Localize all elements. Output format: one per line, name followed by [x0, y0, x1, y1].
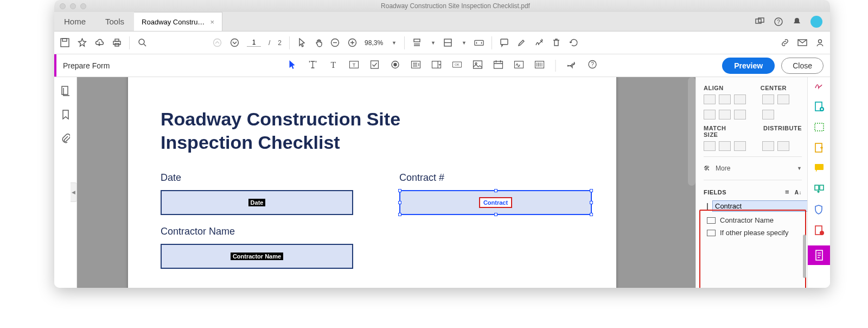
pointer-icon[interactable]	[297, 38, 307, 48]
button-tool-icon[interactable]: OK	[452, 60, 462, 70]
fields-sort-icon[interactable]: A↓	[795, 190, 802, 195]
cloud-icon[interactable]	[94, 38, 104, 48]
text-field-tool-icon[interactable]	[308, 60, 318, 70]
highlight-icon[interactable]	[517, 38, 527, 48]
fields-item-other[interactable]: If other please specify	[704, 226, 802, 239]
signature-tool-icon[interactable]	[514, 60, 524, 70]
contractor-tag: Contractor Name	[231, 253, 283, 260]
match-both-icon[interactable]	[734, 141, 746, 151]
fields-item-contract[interactable]	[704, 198, 802, 214]
help-tool-icon[interactable]: ?	[588, 60, 597, 70]
account-icon[interactable]	[815, 38, 825, 48]
rotate-icon[interactable]	[569, 38, 579, 48]
prepare-form-rail-icon[interactable]	[808, 245, 831, 265]
fit-dropdown-icon[interactable]: ▼	[431, 40, 436, 46]
list-tool-icon[interactable]	[411, 60, 421, 70]
more-menu[interactable]: 🛠 More ▼	[704, 162, 802, 174]
align-middle-icon[interactable]	[719, 110, 731, 119]
match-width-icon[interactable]	[704, 141, 716, 151]
avatar[interactable]	[810, 16, 822, 28]
edit-pdf-rail-icon[interactable]	[814, 122, 825, 133]
svg-rect-23	[371, 61, 379, 68]
panel-scrollbar[interactable]	[803, 235, 806, 278]
read-mode-icon[interactable]	[474, 38, 484, 48]
fill-sign-rail-icon[interactable]: i	[814, 225, 825, 236]
help-icon[interactable]: ?	[774, 17, 783, 27]
sign-rail-icon[interactable]	[814, 80, 825, 91]
zoom-out-icon[interactable]	[330, 38, 340, 48]
save-icon[interactable]	[60, 38, 69, 48]
center-both-icon[interactable]	[762, 110, 774, 119]
fields-filter-icon[interactable]: ≡	[785, 188, 789, 196]
center-h-icon[interactable]	[762, 94, 774, 104]
bell-icon[interactable]	[792, 17, 802, 27]
field-name-input[interactable]	[712, 200, 807, 212]
zoom-in-icon[interactable]	[347, 38, 357, 48]
checkbox-tool-icon[interactable]	[370, 60, 380, 70]
organize-rail-icon[interactable]	[814, 184, 825, 194]
tab-active[interactable]: Roadway Constru… ×	[134, 12, 222, 31]
comment-rail-icon[interactable]	[814, 163, 825, 174]
contract-field[interactable]: Contract	[399, 190, 592, 215]
minimize-window-icon[interactable]	[70, 3, 76, 9]
nav-tools[interactable]: Tools	[95, 12, 134, 31]
zoom-dropdown-icon[interactable]: ▼	[392, 40, 397, 46]
svg-rect-37	[62, 86, 68, 94]
close-button[interactable]: Close	[781, 58, 824, 74]
hand-icon[interactable]	[315, 38, 324, 48]
fields-item-contractor[interactable]: Contractor Name	[704, 214, 802, 226]
fit-width-icon[interactable]	[412, 38, 422, 48]
text-tool-icon[interactable]: T	[329, 60, 339, 70]
more-dropdown-icon: ▼	[797, 166, 802, 171]
svg-text:?: ?	[777, 19, 780, 25]
pin-icon[interactable]	[567, 60, 577, 70]
protect-rail-icon[interactable]	[814, 204, 825, 215]
date-field[interactable]: Date	[161, 190, 353, 215]
left-rail-collapse-icon[interactable]: ◀	[71, 182, 77, 202]
distribute-v-icon[interactable]	[777, 141, 789, 151]
tab-close-icon[interactable]: ×	[210, 18, 214, 26]
align-center-icon[interactable]	[719, 94, 731, 104]
export-rail-icon[interactable]	[814, 142, 825, 153]
bookmark-panel-icon[interactable]	[61, 110, 71, 119]
align-left-icon[interactable]	[704, 94, 716, 104]
match-height-icon[interactable]	[719, 141, 731, 151]
nav-home[interactable]: Home	[54, 12, 95, 31]
sign-icon[interactable]	[534, 38, 544, 48]
mail-icon[interactable]	[797, 38, 807, 48]
barcode-tool-icon[interactable]	[535, 60, 545, 70]
distribute-h-icon[interactable]	[762, 141, 774, 151]
display-dropdown-icon[interactable]: ▼	[462, 40, 467, 46]
create-pdf-rail-icon[interactable]	[814, 101, 825, 112]
page-display-icon[interactable]	[443, 38, 453, 48]
comment-icon[interactable]	[500, 38, 509, 48]
canvas-scrollbar[interactable]	[688, 77, 695, 186]
page-up-icon[interactable]	[212, 38, 222, 48]
search-icon[interactable]	[137, 38, 147, 48]
star-icon[interactable]	[77, 38, 87, 48]
pages-panel-icon[interactable]	[61, 86, 71, 96]
svg-rect-6	[113, 41, 120, 45]
align-bottom-icon[interactable]	[734, 110, 746, 119]
image-tool-icon[interactable]	[473, 60, 483, 70]
maximize-window-icon[interactable]	[80, 3, 86, 9]
date-tool-icon[interactable]	[494, 60, 503, 70]
select-tool-icon[interactable]	[288, 60, 297, 70]
attachment-panel-icon[interactable]	[61, 134, 71, 143]
link-icon[interactable]	[780, 38, 790, 48]
align-right-icon[interactable]	[734, 94, 746, 104]
align-top-icon[interactable]	[704, 110, 716, 119]
close-window-icon[interactable]	[60, 3, 66, 9]
print-icon[interactable]	[112, 38, 122, 48]
preview-button[interactable]: Preview	[722, 58, 775, 74]
canvas[interactable]: Roadway Construction Site Inspection Che…	[77, 77, 695, 288]
textbox-tool-icon[interactable]: T	[349, 60, 359, 70]
page-current-input[interactable]	[247, 39, 261, 47]
center-v-icon[interactable]	[777, 94, 789, 104]
dropdown-tool-icon[interactable]	[432, 60, 442, 70]
share-screens-icon[interactable]	[755, 17, 765, 27]
delete-icon[interactable]	[552, 38, 561, 48]
page-down-icon[interactable]	[229, 38, 239, 48]
contractor-field[interactable]: Contractor Name	[161, 244, 353, 269]
radio-tool-icon[interactable]	[391, 60, 400, 70]
